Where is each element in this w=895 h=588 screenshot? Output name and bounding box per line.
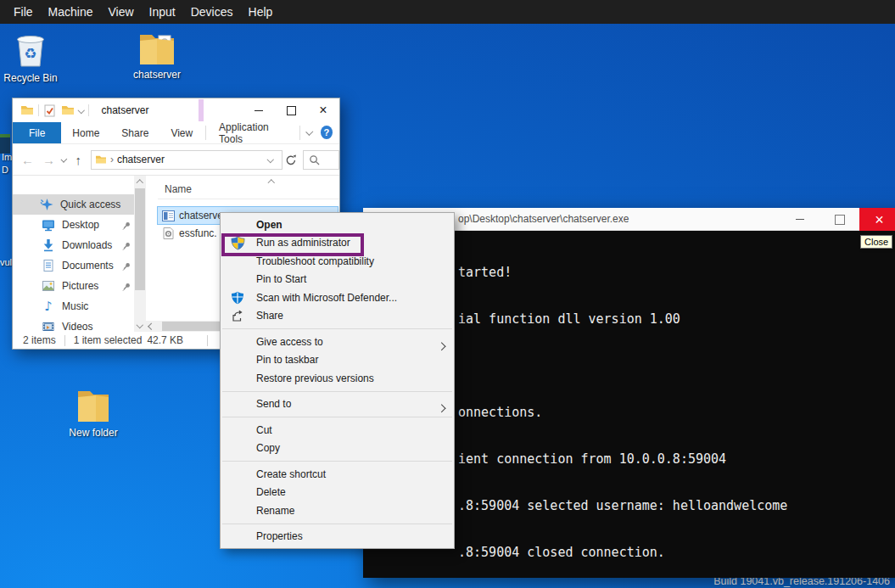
uac-shield-icon	[228, 235, 247, 250]
ribbon-collapse-chevron-icon[interactable]	[305, 128, 313, 136]
menu-separator	[222, 524, 452, 524]
search-input[interactable]	[303, 150, 339, 170]
scroll-up-icon[interactable]	[137, 180, 143, 187]
sidebar-item-quick-access[interactable]: Quick access	[13, 194, 146, 215]
console-maximize-button[interactable]	[819, 208, 859, 231]
sidebar-item-label: Downloads	[62, 239, 112, 251]
qat-customize-chevron-icon[interactable]	[78, 107, 85, 114]
new-folder-icon	[76, 385, 111, 424]
menu-item-copy[interactable]: Copy	[221, 440, 454, 458]
titlebar-folder-icon	[20, 104, 34, 116]
exe-file-icon	[161, 210, 175, 221]
desktop-icon-new-folder[interactable]: New folder	[59, 385, 127, 439]
pin-icon	[122, 241, 131, 253]
selection-summary: 1 item selected	[74, 334, 143, 346]
tab-application-tools[interactable]: Application Tools	[208, 122, 298, 143]
menu-item-restore-previous-versions[interactable]: Restore previous versions	[221, 369, 454, 388]
explorer-window-controls: ×	[243, 98, 339, 122]
new-folder-label: New folder	[59, 427, 127, 439]
tab-view[interactable]: View	[159, 122, 204, 143]
sidebar-item-music[interactable]: ♪ Music	[13, 296, 146, 316]
divider	[158, 199, 339, 199]
menu-item-scan-with-defender[interactable]: Scan with Microsoft Defender...	[221, 288, 454, 307]
menu-item-properties[interactable]: Properties	[221, 528, 454, 546]
address-bar[interactable]: › chatserver	[91, 150, 282, 170]
tab-file[interactable]: File	[13, 122, 61, 143]
back-icon[interactable]: ←	[21, 153, 34, 167]
help-icon[interactable]: ?	[321, 126, 333, 139]
vm-menu-view[interactable]: View	[100, 5, 141, 19]
desktop-icon-chatserver[interactable]: chatserver	[123, 31, 191, 81]
explorer-minimize-button[interactable]	[243, 98, 275, 122]
address-folder-icon	[95, 154, 107, 165]
divider	[205, 126, 206, 140]
up-icon[interactable]: ↑	[75, 153, 81, 167]
menu-item-pin-to-taskbar[interactable]: Pin to taskbar	[221, 351, 454, 370]
share-icon	[228, 308, 247, 323]
menu-item-troubleshoot-compatibility[interactable]: Troubleshoot compatibility	[221, 252, 454, 271]
sidebar-scrollbar[interactable]	[134, 176, 146, 332]
vm-menu-input[interactable]: Input	[142, 5, 183, 19]
tab-home[interactable]: Home	[61, 122, 110, 143]
desktop-icon	[42, 218, 55, 232]
sidebar-item-label: Desktop	[62, 219, 99, 231]
menu-item-cut[interactable]: Cut	[221, 421, 454, 440]
close-tooltip: Close	[860, 235, 892, 249]
sidebar-item-videos[interactable]: Videos	[13, 316, 146, 332]
refresh-icon[interactable]	[282, 150, 300, 170]
menu-item-run-as-administrator[interactable]: Run as administrator	[221, 234, 454, 253]
menu-item-share[interactable]: Share	[221, 307, 454, 326]
pin-icon	[122, 221, 131, 232]
sort-ascending-icon[interactable]	[268, 180, 275, 187]
menu-separator	[222, 328, 452, 329]
quick-access-star-icon	[40, 198, 53, 211]
qat-properties-icon[interactable]	[43, 104, 56, 117]
vm-menu-devices[interactable]: Devices	[183, 5, 241, 19]
forward-icon[interactable]: →	[42, 153, 55, 167]
pin-icon	[122, 282, 131, 294]
explorer-maximize-button[interactable]	[275, 98, 307, 122]
explorer-title-bar[interactable]: chatserver ×	[13, 98, 339, 122]
divider	[299, 126, 300, 140]
menu-item-pin-to-start[interactable]: Pin to Start	[221, 271, 454, 289]
scrollbar-thumb[interactable]	[135, 188, 145, 290]
vm-menu-help[interactable]: Help	[241, 5, 281, 19]
sidebar-item-documents[interactable]: Documents	[13, 255, 146, 276]
vm-menu-machine[interactable]: Machine	[41, 5, 101, 19]
sidebar-item-pictures[interactable]: Pictures	[13, 276, 146, 296]
explorer-navigation-bar: ← → ↑ › chatserver	[13, 144, 339, 175]
menu-item-send-to[interactable]: Send to	[221, 395, 454, 414]
recycle-bin-icon: ♻	[11, 29, 50, 70]
sidebar-item-downloads[interactable]: Downloads	[13, 235, 146, 255]
navigation-pane: Quick access Desktop Downloads	[13, 176, 146, 332]
column-header-name[interactable]: Name	[165, 183, 192, 195]
menu-item-rename[interactable]: Rename	[221, 501, 454, 520]
recent-locations-chevron-icon[interactable]	[61, 156, 68, 163]
pin-icon	[122, 261, 131, 273]
explorer-close-button[interactable]: ×	[307, 98, 339, 122]
partial-desktop-icon[interactable]	[0, 134, 10, 154]
scroll-down-icon[interactable]	[137, 321, 143, 328]
menu-separator	[222, 417, 452, 417]
vm-menu-file[interactable]: File	[6, 5, 41, 19]
submenu-chevron-icon	[439, 402, 445, 414]
sidebar-item-desktop[interactable]: Desktop	[13, 215, 146, 235]
scroll-left-icon[interactable]	[148, 323, 155, 330]
breadcrumb[interactable]: chatserver	[117, 154, 165, 165]
vm-menu-bar: File Machine View Input Devices Help	[0, 0, 895, 24]
address-dropdown-chevron-icon[interactable]	[263, 157, 278, 162]
scrollbar-thumb[interactable]	[162, 322, 221, 331]
menu-item-give-access-to[interactable]: Give access to	[221, 333, 454, 351]
breadcrumb-separator: ›	[110, 154, 114, 165]
console-minimize-button[interactable]	[780, 208, 819, 231]
qat-new-folder-icon[interactable]	[61, 104, 75, 116]
divider	[64, 335, 65, 346]
desktop-icon-recycle-bin[interactable]: ♻ Recycle Bin	[0, 29, 64, 84]
search-icon	[309, 154, 320, 165]
tab-share[interactable]: Share	[110, 122, 159, 143]
menu-item-delete[interactable]: Delete	[221, 484, 454, 502]
menu-item-create-shortcut[interactable]: Create shortcut	[221, 465, 454, 484]
divider	[207, 335, 208, 346]
menu-item-open[interactable]: Open	[221, 216, 454, 234]
console-close-button[interactable]: ×	[859, 208, 895, 231]
